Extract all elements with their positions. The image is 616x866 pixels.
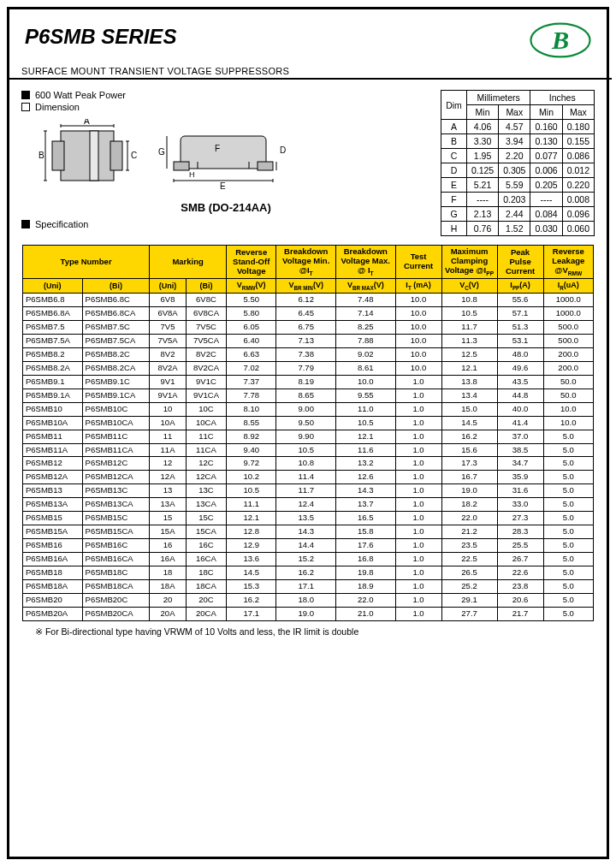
table-cell: 13A bbox=[150, 498, 187, 512]
table-cell: 0.008 bbox=[562, 193, 594, 207]
table-cell: 5.80 bbox=[227, 307, 276, 321]
doc-subtitle: SURFACE MOUNT TRANSIENT VOLTAGE SUPPRESS… bbox=[9, 66, 612, 80]
table-cell: P6SMB12CA bbox=[82, 471, 150, 484]
table-cell: 3.94 bbox=[499, 134, 530, 149]
table-cell: 12.1 bbox=[336, 430, 396, 443]
table-cell: G bbox=[441, 207, 467, 222]
table-cell: 7V5A bbox=[150, 335, 187, 348]
table-cell: 0.160 bbox=[530, 120, 562, 134]
spec-header-type: Type Number bbox=[23, 246, 150, 279]
table-cell: 5.50 bbox=[227, 294, 276, 307]
table-cell: C bbox=[441, 149, 467, 163]
dimension-section: 600 Watt Peak Power Dimension B bbox=[9, 83, 607, 236]
table-cell: 1.0 bbox=[395, 593, 441, 607]
table-cell: 17.3 bbox=[441, 457, 497, 471]
table-cell: 5.0 bbox=[543, 512, 593, 525]
table-cell: P6SMB8.2 bbox=[23, 348, 83, 362]
table-cell: P6SMB11 bbox=[23, 430, 83, 443]
table-cell: 11.0 bbox=[336, 402, 396, 416]
table-cell: 6V8C bbox=[186, 294, 226, 307]
table-cell: P6SMB15C bbox=[82, 512, 150, 525]
table-cell: 12.1 bbox=[441, 362, 497, 376]
table-cell: 6.05 bbox=[227, 321, 276, 335]
table-cell: 7.79 bbox=[276, 362, 336, 376]
table-cell: 20C bbox=[186, 593, 226, 607]
peak-power-text: 600 Watt Peak Power bbox=[35, 90, 126, 100]
table-cell: 1.0 bbox=[395, 579, 441, 593]
table-cell: 5.0 bbox=[543, 579, 593, 593]
table-cell: 33.0 bbox=[497, 498, 543, 512]
table-cell: P6SMB8.2CA bbox=[82, 362, 150, 376]
table-row: P6SMB16P6SMB16C1616C12.914.417.61.023.52… bbox=[23, 539, 594, 553]
table-cell: 15.2 bbox=[276, 552, 336, 566]
table-cell: 20.6 bbox=[497, 593, 543, 607]
table-cell: 49.6 bbox=[497, 362, 543, 376]
spec-subheader-it: IT (mA) bbox=[395, 279, 441, 294]
table-cell: 27.7 bbox=[441, 607, 497, 620]
table-cell: 8.55 bbox=[227, 416, 276, 430]
spec-subheader-vbrmax: VBR MAX(V) bbox=[336, 279, 396, 294]
table-cell: 10.5 bbox=[276, 443, 336, 457]
table-cell: 0.012 bbox=[562, 163, 594, 178]
table-cell: 23.8 bbox=[497, 579, 543, 593]
table-row: P6SMB18AP6SMB18CA18A18CA15.317.118.91.02… bbox=[23, 579, 594, 593]
table-cell: 13.8 bbox=[441, 375, 497, 389]
table-cell: 0.305 bbox=[499, 163, 530, 178]
table-cell: A bbox=[441, 120, 467, 134]
spec-header-marking: Marking bbox=[150, 246, 227, 279]
table-row: P6SMB12P6SMB12C1212C9.7210.813.21.017.33… bbox=[23, 457, 594, 471]
table-row: P6SMB13AP6SMB13CA13A13CA11.112.413.71.01… bbox=[23, 498, 594, 512]
table-cell: 23.5 bbox=[441, 539, 497, 553]
table-row: P6SMB16AP6SMB16CA16A16CA13.615.216.81.02… bbox=[23, 552, 594, 566]
specification-table: Type Number Marking Reverse Stand-Off Vo… bbox=[22, 245, 594, 621]
table-cell: 0.76 bbox=[466, 222, 498, 236]
table-cell: 19.8 bbox=[336, 566, 396, 579]
table-cell: P6SMB6.8A bbox=[23, 307, 83, 321]
table-cell: 20CA bbox=[186, 607, 226, 620]
table-cell: P6SMB12C bbox=[82, 457, 150, 471]
table-cell: 14.4 bbox=[276, 539, 336, 553]
table-cell: 200.0 bbox=[543, 362, 593, 376]
dim-header-min: Min bbox=[530, 105, 562, 120]
table-cell: 16C bbox=[186, 539, 226, 553]
table-cell: 8V2CA bbox=[186, 362, 226, 376]
table-row: P6SMB6.8P6SMB6.8C6V86V8C5.506.127.4810.0… bbox=[23, 294, 594, 307]
table-cell: P6SMB16A bbox=[23, 552, 83, 566]
table-cell: 19.0 bbox=[276, 607, 336, 620]
table-cell: P6SMB15 bbox=[23, 512, 83, 525]
table-cell: P6SMB9.1CA bbox=[82, 389, 150, 402]
table-cell: 51.3 bbox=[497, 321, 543, 335]
svg-text:B: B bbox=[38, 151, 44, 160]
table-cell: 5.21 bbox=[466, 178, 498, 193]
table-cell: 10.5 bbox=[336, 416, 396, 430]
table-cell: 50.0 bbox=[543, 389, 593, 402]
table-cell: 9.50 bbox=[276, 416, 336, 430]
table-cell: 26.5 bbox=[441, 566, 497, 579]
dim-header-dim: Dim bbox=[441, 91, 467, 120]
table-cell: 15.6 bbox=[441, 443, 497, 457]
table-cell: 0.220 bbox=[562, 178, 594, 193]
table-cell: 15C bbox=[186, 512, 226, 525]
header: P6SMB SERIES B SURFACE MOUNT TRANSIENT V… bbox=[9, 9, 607, 83]
table-cell: 1000.0 bbox=[543, 294, 593, 307]
table-cell: 27.3 bbox=[497, 512, 543, 525]
table-cell: 5.0 bbox=[543, 471, 593, 484]
table-cell: 53.1 bbox=[497, 335, 543, 348]
table-cell: 9.40 bbox=[227, 443, 276, 457]
table-cell: P6SMB13CA bbox=[82, 498, 150, 512]
table-cell: P6SMB12A bbox=[23, 471, 83, 484]
table-cell: 10.0 bbox=[543, 402, 593, 416]
table-cell: 5.0 bbox=[543, 566, 593, 579]
table-row: A4.064.570.1600.180 bbox=[441, 120, 595, 134]
table-cell: 12C bbox=[186, 457, 226, 471]
package-side-view-icon: G E D F H bbox=[155, 119, 292, 196]
table-cell: 13.5 bbox=[276, 512, 336, 525]
table-cell: 5.0 bbox=[543, 430, 593, 443]
table-cell: 10.0 bbox=[395, 321, 441, 335]
table-row: H0.761.520.0300.060 bbox=[441, 222, 595, 236]
table-cell: 13.2 bbox=[336, 457, 396, 471]
table-cell: 0.155 bbox=[562, 134, 594, 149]
table-cell: 11.7 bbox=[441, 321, 497, 335]
table-cell: 18.9 bbox=[336, 579, 396, 593]
table-cell: 9.72 bbox=[227, 457, 276, 471]
